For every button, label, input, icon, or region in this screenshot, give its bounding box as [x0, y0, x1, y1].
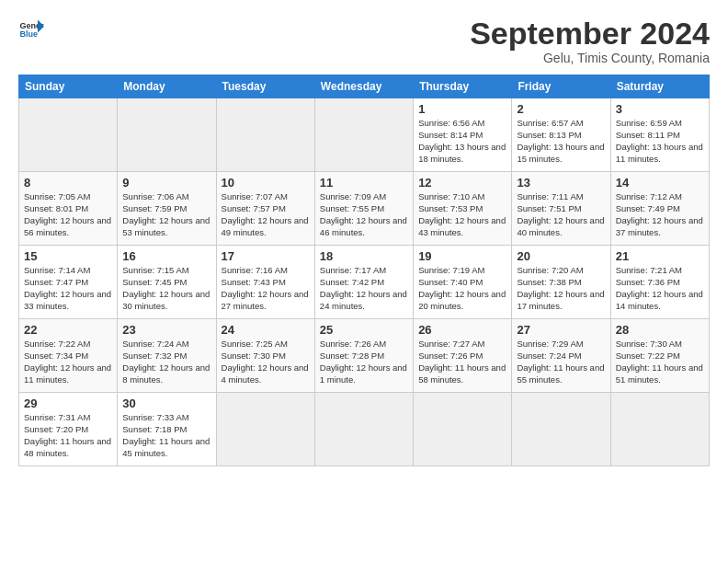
- day-info: Sunrise: 7:25 AMSunset: 7:30 PMDaylight:…: [222, 339, 309, 384]
- table-row: [414, 393, 512, 466]
- table-row: 28Sunrise: 7:30 AMSunset: 7:22 PMDayligh…: [610, 319, 709, 393]
- month-title: September 2024: [470, 17, 710, 51]
- table-row: 26Sunrise: 7:27 AMSunset: 7:26 PMDayligh…: [414, 319, 512, 393]
- table-row: 22Sunrise: 7:22 AMSunset: 7:34 PMDayligh…: [19, 319, 118, 393]
- table-row: [216, 393, 314, 466]
- calendar-page: General Blue September 2024 Gelu, Timis …: [0, 0, 728, 563]
- table-row: 11Sunrise: 7:09 AMSunset: 7:55 PMDayligh…: [314, 172, 413, 246]
- week-row-1: 8Sunrise: 7:05 AMSunset: 8:01 PMDaylight…: [19, 172, 710, 246]
- day-info: Sunrise: 7:27 AMSunset: 7:26 PMDaylight:…: [418, 339, 506, 384]
- table-row: 13Sunrise: 7:11 AMSunset: 7:51 PMDayligh…: [512, 172, 610, 246]
- logo: General Blue: [18, 17, 44, 42]
- table-row: [610, 393, 709, 466]
- day-number: 30: [122, 396, 210, 410]
- col-wednesday: Wednesday: [314, 75, 413, 98]
- day-number: 8: [24, 176, 112, 190]
- day-number: 20: [517, 249, 605, 263]
- day-number: 25: [320, 323, 408, 337]
- day-number: 21: [616, 249, 704, 263]
- day-info: Sunrise: 7:20 AMSunset: 7:38 PMDaylight:…: [517, 265, 604, 310]
- day-info: Sunrise: 7:11 AMSunset: 7:51 PMDaylight:…: [517, 191, 604, 236]
- table-row: 9Sunrise: 7:06 AMSunset: 7:59 PMDaylight…: [118, 172, 216, 246]
- col-thursday: Thursday: [414, 75, 512, 98]
- table-row: 16Sunrise: 7:15 AMSunset: 7:45 PMDayligh…: [118, 246, 216, 319]
- day-info: Sunrise: 7:14 AMSunset: 7:47 PMDaylight:…: [24, 265, 111, 310]
- day-info: Sunrise: 7:10 AMSunset: 7:53 PMDaylight:…: [418, 191, 506, 236]
- table-row: 20Sunrise: 7:20 AMSunset: 7:38 PMDayligh…: [512, 246, 610, 319]
- title-area: September 2024 Gelu, Timis County, Roman…: [470, 17, 710, 65]
- day-number: 12: [418, 176, 506, 190]
- table-row: 3Sunrise: 6:59 AMSunset: 8:11 PMDaylight…: [610, 98, 709, 172]
- day-number: 14: [616, 176, 704, 190]
- table-row: 1Sunrise: 6:56 AMSunset: 8:14 PMDaylight…: [414, 98, 512, 172]
- col-saturday: Saturday: [610, 75, 709, 98]
- table-row: 19Sunrise: 7:19 AMSunset: 7:40 PMDayligh…: [414, 246, 512, 319]
- week-row-0: 1Sunrise: 6:56 AMSunset: 8:14 PMDaylight…: [19, 98, 710, 172]
- day-info: Sunrise: 7:05 AMSunset: 8:01 PMDaylight:…: [24, 191, 111, 236]
- day-number: 18: [320, 249, 408, 263]
- day-info: Sunrise: 6:56 AMSunset: 8:14 PMDaylight:…: [418, 118, 506, 163]
- table-row: 2Sunrise: 6:57 AMSunset: 8:13 PMDaylight…: [512, 98, 610, 172]
- location-subtitle: Gelu, Timis County, Romania: [470, 51, 710, 65]
- table-row: [314, 98, 413, 172]
- table-row: 30Sunrise: 7:33 AMSunset: 7:18 PMDayligh…: [118, 393, 216, 466]
- table-row: 17Sunrise: 7:16 AMSunset: 7:43 PMDayligh…: [216, 246, 314, 319]
- table-row: [19, 98, 118, 172]
- day-info: Sunrise: 7:22 AMSunset: 7:34 PMDaylight:…: [24, 339, 111, 384]
- table-row: [512, 393, 610, 466]
- day-info: Sunrise: 7:31 AMSunset: 7:20 PMDaylight:…: [24, 412, 111, 457]
- calendar-table: Sunday Monday Tuesday Wednesday Thursday…: [18, 75, 710, 466]
- day-info: Sunrise: 7:15 AMSunset: 7:45 PMDaylight:…: [122, 265, 210, 310]
- table-row: [118, 98, 216, 172]
- table-row: [314, 393, 413, 466]
- day-number: 27: [517, 323, 605, 337]
- day-info: Sunrise: 7:09 AMSunset: 7:55 PMDaylight:…: [320, 191, 407, 236]
- day-number: 17: [222, 249, 310, 263]
- day-info: Sunrise: 7:26 AMSunset: 7:28 PMDaylight:…: [320, 339, 407, 384]
- table-row: [216, 98, 314, 172]
- day-number: 9: [122, 176, 210, 190]
- day-info: Sunrise: 6:59 AMSunset: 8:11 PMDaylight:…: [616, 118, 703, 163]
- day-info: Sunrise: 7:12 AMSunset: 7:49 PMDaylight:…: [616, 191, 703, 236]
- day-number: 19: [418, 249, 506, 263]
- day-info: Sunrise: 7:30 AMSunset: 7:22 PMDaylight:…: [616, 339, 703, 384]
- col-friday: Friday: [512, 75, 610, 98]
- col-monday: Monday: [118, 75, 216, 98]
- day-number: 10: [222, 176, 310, 190]
- week-row-4: 29Sunrise: 7:31 AMSunset: 7:20 PMDayligh…: [19, 393, 710, 466]
- day-info: Sunrise: 7:17 AMSunset: 7:42 PMDaylight:…: [320, 265, 407, 310]
- col-sunday: Sunday: [19, 75, 118, 98]
- logo-icon: General Blue: [18, 17, 44, 42]
- day-info: Sunrise: 7:16 AMSunset: 7:43 PMDaylight:…: [222, 265, 309, 310]
- day-number: 26: [418, 323, 506, 337]
- table-row: 12Sunrise: 7:10 AMSunset: 7:53 PMDayligh…: [414, 172, 512, 246]
- day-number: 15: [24, 249, 112, 263]
- table-row: 27Sunrise: 7:29 AMSunset: 7:24 PMDayligh…: [512, 319, 610, 393]
- day-number: 13: [517, 176, 605, 190]
- day-info: Sunrise: 7:24 AMSunset: 7:32 PMDaylight:…: [122, 339, 210, 384]
- col-tuesday: Tuesday: [216, 75, 314, 98]
- table-row: 8Sunrise: 7:05 AMSunset: 8:01 PMDaylight…: [19, 172, 118, 246]
- week-row-2: 15Sunrise: 7:14 AMSunset: 7:47 PMDayligh…: [19, 246, 710, 319]
- day-info: Sunrise: 7:29 AMSunset: 7:24 PMDaylight:…: [517, 339, 604, 384]
- table-row: 10Sunrise: 7:07 AMSunset: 7:57 PMDayligh…: [216, 172, 314, 246]
- day-info: Sunrise: 6:57 AMSunset: 8:13 PMDaylight:…: [517, 118, 604, 163]
- day-number: 28: [616, 323, 704, 337]
- day-info: Sunrise: 7:07 AMSunset: 7:57 PMDaylight:…: [222, 191, 309, 236]
- header-area: General Blue September 2024 Gelu, Timis …: [18, 17, 710, 65]
- week-row-3: 22Sunrise: 7:22 AMSunset: 7:34 PMDayligh…: [19, 319, 710, 393]
- day-info: Sunrise: 7:21 AMSunset: 7:36 PMDaylight:…: [616, 265, 703, 310]
- table-row: 23Sunrise: 7:24 AMSunset: 7:32 PMDayligh…: [118, 319, 216, 393]
- day-number: 24: [222, 323, 310, 337]
- day-number: 1: [418, 102, 506, 116]
- day-number: 16: [122, 249, 210, 263]
- day-number: 11: [320, 176, 408, 190]
- table-row: 25Sunrise: 7:26 AMSunset: 7:28 PMDayligh…: [314, 319, 413, 393]
- table-row: 18Sunrise: 7:17 AMSunset: 7:42 PMDayligh…: [314, 246, 413, 319]
- day-number: 29: [24, 396, 112, 410]
- header-row: Sunday Monday Tuesday Wednesday Thursday…: [19, 75, 710, 98]
- day-info: Sunrise: 7:33 AMSunset: 7:18 PMDaylight:…: [122, 412, 210, 457]
- day-number: 22: [24, 323, 112, 337]
- table-row: 21Sunrise: 7:21 AMSunset: 7:36 PMDayligh…: [610, 246, 709, 319]
- table-row: 14Sunrise: 7:12 AMSunset: 7:49 PMDayligh…: [610, 172, 709, 246]
